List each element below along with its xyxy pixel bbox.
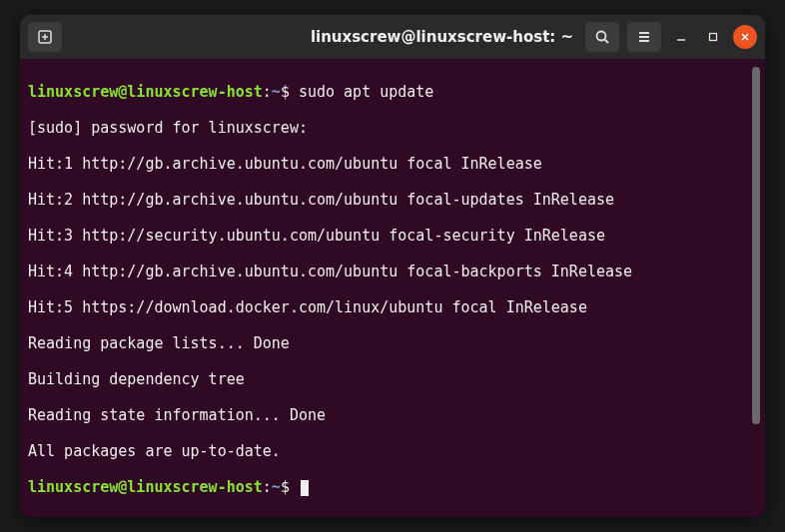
prompt-path: ~: [272, 478, 281, 496]
new-tab-button[interactable]: [28, 22, 62, 52]
svg-rect-9: [710, 34, 717, 41]
cursor: [301, 480, 309, 496]
new-tab-icon: [37, 29, 53, 45]
output-line: All packages are up-to-date.: [28, 442, 751, 460]
terminal-content: linuxscrew@linuxscrew-host:~$ sudo apt u…: [28, 65, 751, 511]
menu-button[interactable]: [627, 22, 661, 52]
prompt-symbol: $: [281, 83, 290, 101]
output-line: Hit:1 http://gb.archive.ubuntu.com/ubunt…: [28, 155, 751, 173]
prompt-colon: :: [263, 83, 272, 101]
terminal-body[interactable]: linuxscrew@linuxscrew-host:~$ sudo apt u…: [20, 59, 765, 517]
window-title: linuxscrew@linuxscrew-host: ~: [307, 28, 577, 46]
scrollbar-thumb[interactable]: [752, 67, 760, 424]
hamburger-icon: [636, 29, 652, 45]
svg-point-3: [597, 32, 606, 41]
search-button[interactable]: [585, 22, 619, 52]
close-button[interactable]: [733, 25, 757, 49]
output-line: Reading package lists... Done: [28, 334, 751, 352]
titlebar: linuxscrew@linuxscrew-host: ~: [20, 15, 765, 59]
output-line: Building dependency tree: [28, 370, 751, 388]
output-line: Hit:3 http://security.ubuntu.com/ubuntu …: [28, 227, 751, 245]
output-line: Hit:2 http://gb.archive.ubuntu.com/ubunt…: [28, 191, 751, 209]
prompt-line: linuxscrew@linuxscrew-host:~$ sudo apt u…: [28, 83, 751, 101]
titlebar-right: [585, 22, 757, 52]
output-line: Hit:4 http://gb.archive.ubuntu.com/ubunt…: [28, 263, 751, 280]
prompt-user-host: linuxscrew@linuxscrew-host: [28, 83, 263, 101]
titlebar-left: [28, 22, 299, 52]
maximize-button[interactable]: [701, 25, 725, 49]
output-line: Reading state information... Done: [28, 406, 751, 424]
prompt-line: linuxscrew@linuxscrew-host:~$: [28, 478, 751, 496]
terminal-window: linuxscrew@linuxscrew-host: ~: [20, 15, 765, 517]
minimize-icon: [676, 32, 686, 42]
svg-line-4: [605, 40, 609, 44]
prompt-symbol: $: [281, 478, 290, 496]
maximize-icon: [708, 32, 718, 42]
output-line: [sudo] password for linuxscrew:: [28, 119, 751, 137]
close-icon: [740, 32, 750, 42]
minimize-button[interactable]: [669, 25, 693, 49]
prompt-user-host: linuxscrew@linuxscrew-host: [28, 478, 263, 496]
output-line: Hit:5 https://download.docker.com/linux/…: [28, 298, 751, 316]
prompt-colon: :: [263, 478, 272, 496]
search-icon: [594, 29, 610, 45]
command-text: sudo apt update: [299, 83, 433, 101]
prompt-path: ~: [272, 83, 281, 101]
scrollbar-track[interactable]: [751, 65, 761, 511]
